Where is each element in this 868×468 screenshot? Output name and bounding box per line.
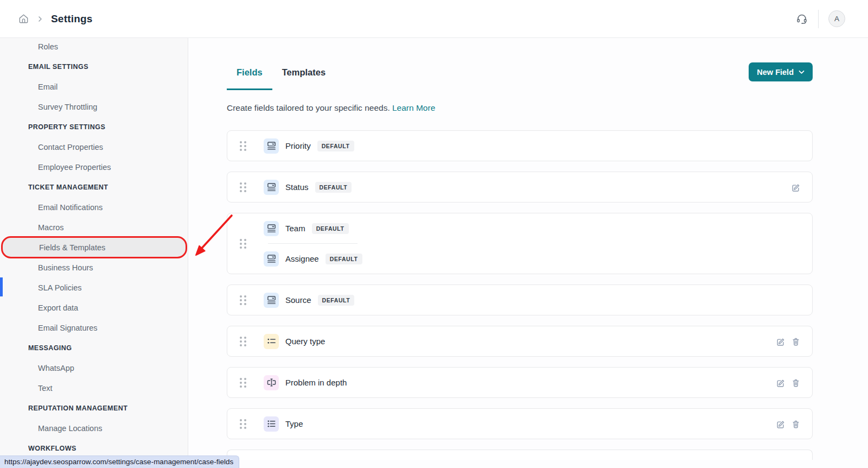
field-row: Source DEFAULT — [264, 285, 801, 315]
field-row: Query type — [264, 326, 776, 356]
field-name: Assignee — [285, 254, 319, 263]
field-name: Status — [285, 182, 309, 192]
edit-field-button[interactable] — [776, 337, 786, 346]
drag-handle-icon[interactable] — [240, 182, 246, 192]
field-name: Query type — [285, 337, 325, 346]
list-icon — [264, 416, 279, 432]
sidebar-item-macros[interactable]: Macros — [0, 217, 188, 237]
field-card-status: Status DEFAULT — [227, 172, 813, 203]
active-item-indicator — [0, 277, 3, 296]
edit-field-button[interactable] — [791, 182, 801, 192]
tab-bar: Fields Templates — [227, 67, 335, 90]
delete-field-button[interactable] — [791, 378, 801, 388]
fields-list: Priority DEFAULT Status DEFAULT Team DEF… — [227, 130, 813, 460]
sidebar-item-email-notifications[interactable]: Email Notifications — [0, 197, 188, 217]
drag-handle-icon[interactable] — [240, 239, 246, 249]
fields-description: Create fields tailored to your specific … — [227, 103, 813, 113]
sidebar-item-email-signatures[interactable]: Email Signatures — [0, 318, 188, 338]
field-row: Type — [264, 409, 776, 439]
sidebar-item-employee-properties[interactable]: Employee Properties — [0, 157, 188, 177]
default-badge: DEFAULT — [317, 141, 354, 151]
sidebar-section-email-settings: EMAIL SETTINGS — [0, 56, 188, 77]
edit-field-button[interactable] — [776, 419, 786, 429]
field-row: Status DEFAULT — [264, 172, 791, 202]
dropdown-icon — [264, 221, 279, 236]
sidebar-item-contact-properties[interactable]: Contact Properties — [0, 137, 188, 157]
drag-handle-icon[interactable] — [240, 419, 246, 429]
field-card-team: Team DEFAULT Assignee DEFAULT — [227, 213, 813, 274]
field-card-priority: Priority DEFAULT — [227, 130, 813, 161]
field-row: Problem in depth — [264, 368, 776, 397]
tab-fields[interactable]: Fields — [227, 67, 272, 90]
sidebar-item-export-data[interactable]: Export data — [0, 298, 188, 318]
top-header: Settings A — [0, 0, 868, 38]
dropdown-icon — [264, 180, 279, 195]
field-name: Team — [285, 224, 305, 233]
default-badge: DEFAULT — [318, 295, 355, 306]
field-name: Type — [285, 419, 303, 428]
sidebar-item-sla-policies[interactable]: SLA Policies — [0, 277, 188, 298]
default-badge: DEFAULT — [315, 182, 352, 193]
breadcrumb-chevron-icon — [37, 16, 43, 22]
edit-field-button[interactable] — [776, 378, 786, 388]
new-field-button[interactable]: New Field — [749, 62, 813, 81]
field-name: Source — [285, 295, 311, 305]
default-badge: DEFAULT — [326, 254, 362, 264]
dropdown-icon — [264, 293, 279, 308]
list-radio-icon — [264, 334, 279, 349]
delete-field-button[interactable] — [791, 419, 801, 429]
field-card-partial — [227, 450, 813, 460]
sidebar-nav: RolesEMAIL SETTINGSEmailSurvey Throttlin… — [0, 36, 188, 458]
sidebar-item-fields-templates[interactable]: Fields & Templates — [1, 236, 187, 258]
sidebar-item-business-hours[interactable]: Business Hours — [0, 257, 188, 277]
learn-more-link[interactable]: Learn More — [392, 103, 435, 112]
user-avatar[interactable]: A — [828, 10, 845, 27]
settings-sidebar: RolesEMAIL SETTINGSEmailSurvey Throttlin… — [0, 38, 188, 468]
sidebar-section-property-settings: PROPERTY SETTINGS — [0, 117, 188, 137]
delete-field-button[interactable] — [791, 337, 801, 346]
tab-templates[interactable]: Templates — [272, 67, 335, 90]
sidebar-section-reputation-management: REPUTATION MANAGEMENT — [0, 398, 188, 418]
field-card-problem-in-depth: Problem in depth — [227, 367, 813, 398]
sidebar-item-survey-throttling[interactable]: Survey Throttling — [0, 97, 188, 117]
status-url-tooltip: https://ajaydev.seosparrow.com/settings/… — [0, 456, 239, 468]
page-title: Settings — [51, 13, 93, 25]
dropdown-icon — [264, 138, 279, 154]
drag-handle-icon[interactable] — [240, 295, 246, 305]
support-headset-icon[interactable] — [795, 12, 808, 26]
field-card-source: Source DEFAULT — [227, 284, 813, 315]
field-name: Priority — [285, 141, 311, 150]
drag-handle-icon[interactable] — [240, 378, 246, 388]
sidebar-section-messaging: MESSAGING — [0, 338, 188, 358]
dropdown-icon — [264, 251, 279, 267]
chevron-down-icon — [799, 70, 805, 74]
field-card-query-type: Query type — [227, 326, 813, 357]
sidebar-item-text[interactable]: Text — [0, 378, 188, 398]
sidebar-item-manage-locations[interactable]: Manage Locations — [0, 418, 188, 438]
text-input-icon — [264, 375, 279, 390]
field-card-type: Type — [227, 408, 813, 439]
field-name: Problem in depth — [285, 378, 347, 387]
sidebar-section-ticket-management: TICKET MANAGEMENT — [0, 177, 188, 197]
field-row: Assignee DEFAULT — [264, 244, 801, 274]
field-row: Priority DEFAULT — [264, 131, 801, 161]
drag-handle-icon[interactable] — [240, 337, 246, 346]
main-panel: Fields Templates New Field Create fields… — [188, 38, 868, 468]
sidebar-item-whatsapp[interactable]: WhatsApp — [0, 358, 188, 378]
sidebar-item-roles[interactable]: Roles — [0, 36, 188, 56]
default-badge: DEFAULT — [312, 223, 349, 234]
drag-handle-icon[interactable] — [240, 141, 246, 151]
header-divider — [818, 10, 819, 28]
field-row: Team DEFAULT — [264, 213, 801, 243]
sidebar-item-email[interactable]: Email — [0, 77, 188, 97]
home-icon[interactable] — [18, 13, 29, 24]
